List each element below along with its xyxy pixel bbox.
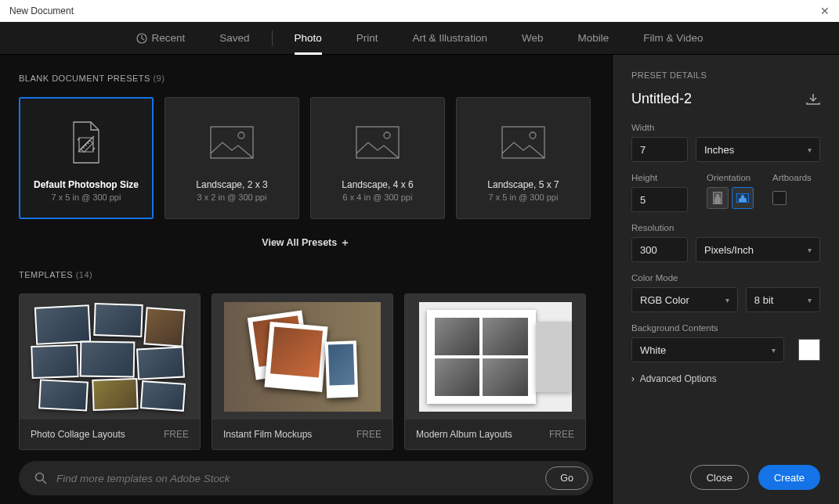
template-instant-film[interactable]: Instant Film Mockups FREE bbox=[212, 293, 393, 450]
stock-search-input[interactable] bbox=[56, 473, 536, 484]
chevron-down-icon: ▾ bbox=[725, 296, 729, 304]
width-input[interactable] bbox=[631, 137, 688, 162]
svg-point-6 bbox=[238, 132, 244, 139]
colordepth-select[interactable]: 8 bit ▾ bbox=[746, 287, 820, 312]
tab-mobile[interactable]: Mobile bbox=[560, 22, 626, 55]
preset-default-photoshop[interactable]: Default Photoshop Size 7 x 5 in @ 300 pp… bbox=[19, 97, 154, 219]
tab-print[interactable]: Print bbox=[339, 22, 396, 55]
resolution-input[interactable] bbox=[631, 237, 688, 262]
templates-header: TEMPLATES (14) bbox=[19, 270, 593, 279]
details-header: PRESET DETAILS bbox=[631, 70, 820, 80]
template-thumbnail bbox=[405, 294, 585, 419]
svg-point-10 bbox=[530, 132, 536, 139]
document-ruler-icon bbox=[69, 115, 103, 170]
window-titlebar: New Document ✕ bbox=[0, 0, 839, 22]
stock-search-bar: Go bbox=[19, 461, 593, 495]
save-preset-icon[interactable] bbox=[806, 94, 820, 105]
colormode-label: Color Mode bbox=[631, 273, 820, 283]
document-name-input[interactable] bbox=[631, 91, 788, 107]
category-tabs: Recent Saved Photo Print Art & Illustrat… bbox=[0, 22, 839, 55]
template-name: Photo Collage Layouts bbox=[31, 429, 125, 440]
resolution-label: Resolution bbox=[631, 223, 820, 232]
tab-photo[interactable]: Photo bbox=[277, 22, 339, 55]
height-label: Height bbox=[631, 173, 688, 182]
create-button[interactable]: Create bbox=[758, 465, 820, 490]
svg-point-11 bbox=[36, 473, 44, 481]
svg-rect-1 bbox=[81, 139, 93, 152]
chevron-down-icon: ▾ bbox=[808, 146, 812, 154]
stock-search-go-button[interactable]: Go bbox=[545, 466, 588, 490]
chevron-down-icon: ▾ bbox=[772, 346, 776, 355]
window-close-icon[interactable]: ✕ bbox=[820, 5, 830, 17]
preset-details-panel: PRESET DETAILS Width Inches ▾ Height Ori… bbox=[612, 55, 839, 504]
tab-divider bbox=[272, 31, 273, 46]
tab-label: Mobile bbox=[577, 32, 609, 44]
chevron-down-icon: ▾ bbox=[808, 296, 812, 304]
clock-icon bbox=[136, 33, 147, 44]
preset-spec: 6 x 4 in @ 300 ppi bbox=[343, 193, 413, 202]
width-unit-select[interactable]: Inches ▾ bbox=[696, 137, 820, 162]
bg-label: Background Contents bbox=[631, 323, 820, 333]
close-button[interactable]: Close bbox=[690, 465, 749, 490]
tab-label: Saved bbox=[219, 32, 249, 44]
tab-label: Art & Illustration bbox=[413, 32, 487, 44]
svg-line-12 bbox=[43, 481, 47, 484]
bg-color-swatch[interactable] bbox=[798, 339, 820, 361]
orientation-label: Orientation bbox=[707, 173, 754, 182]
preset-spec: 7 x 5 in @ 300 ppi bbox=[489, 193, 559, 202]
tab-saved[interactable]: Saved bbox=[202, 22, 266, 55]
tab-art[interactable]: Art & Illustration bbox=[396, 22, 504, 55]
template-thumbnail bbox=[212, 294, 392, 419]
tab-label: Web bbox=[522, 32, 544, 44]
template-photo-collage[interactable]: Photo Collage Layouts FREE bbox=[19, 293, 201, 450]
preset-spec: 3 x 2 in @ 300 ppi bbox=[197, 193, 267, 202]
image-icon bbox=[501, 115, 545, 170]
preset-spec: 7 x 5 in @ 300 ppi bbox=[52, 193, 121, 202]
svg-point-8 bbox=[384, 132, 390, 139]
tab-label: Photo bbox=[295, 32, 322, 44]
template-name: Modern Album Layouts bbox=[416, 429, 512, 440]
image-icon bbox=[210, 115, 254, 170]
preset-landscape-4x6[interactable]: Landscape, 4 x 6 6 x 4 in @ 300 ppi bbox=[310, 97, 445, 219]
template-price: FREE bbox=[549, 429, 574, 440]
preset-name: Landscape, 5 x 7 bbox=[487, 179, 559, 190]
preset-name: Landscape, 4 x 6 bbox=[342, 179, 413, 190]
template-modern-album[interactable]: Modern Album Layouts FREE bbox=[404, 293, 586, 450]
width-label: Width bbox=[631, 123, 820, 132]
artboards-label: Artboards bbox=[772, 173, 812, 182]
view-all-presets-button[interactable]: View All Presets ＋ bbox=[19, 236, 593, 250]
orientation-landscape-button[interactable] bbox=[732, 187, 754, 209]
artboards-checkbox[interactable] bbox=[772, 191, 787, 205]
tab-film[interactable]: Film & Video bbox=[626, 22, 720, 55]
image-icon bbox=[356, 115, 400, 170]
orientation-portrait-button[interactable] bbox=[707, 187, 729, 209]
preset-name: Default Photoshop Size bbox=[34, 179, 139, 190]
chevron-down-icon: ▾ bbox=[808, 246, 812, 254]
preset-name: Landscape, 2 x 3 bbox=[196, 179, 267, 190]
tab-label: Film & Video bbox=[643, 32, 703, 44]
bg-contents-select[interactable]: White ▾ bbox=[631, 337, 784, 362]
tab-label: Recent bbox=[152, 32, 186, 44]
window-title: New Document bbox=[9, 5, 74, 16]
template-name: Instant Film Mockups bbox=[223, 429, 312, 440]
tab-recent[interactable]: Recent bbox=[119, 22, 203, 55]
template-price: FREE bbox=[164, 429, 189, 440]
presets-header: BLANK DOCUMENT PRESETS (9) bbox=[19, 74, 593, 83]
tab-label: Print bbox=[356, 32, 378, 44]
preset-landscape-2x3[interactable]: Landscape, 2 x 3 3 x 2 in @ 300 ppi bbox=[165, 97, 299, 219]
height-input[interactable] bbox=[631, 187, 688, 212]
advanced-options-toggle[interactable]: Advanced Options bbox=[631, 373, 820, 384]
plus-icon: ＋ bbox=[340, 237, 350, 248]
search-icon bbox=[34, 472, 47, 484]
preset-landscape-5x7[interactable]: Landscape, 5 x 7 7 x 5 in @ 300 ppi bbox=[456, 97, 591, 219]
template-price: FREE bbox=[356, 429, 382, 440]
resolution-unit-select[interactable]: Pixels/Inch ▾ bbox=[696, 237, 820, 262]
tab-web[interactable]: Web bbox=[504, 22, 561, 55]
colormode-select[interactable]: RGB Color ▾ bbox=[631, 287, 738, 312]
template-thumbnail bbox=[20, 294, 200, 419]
